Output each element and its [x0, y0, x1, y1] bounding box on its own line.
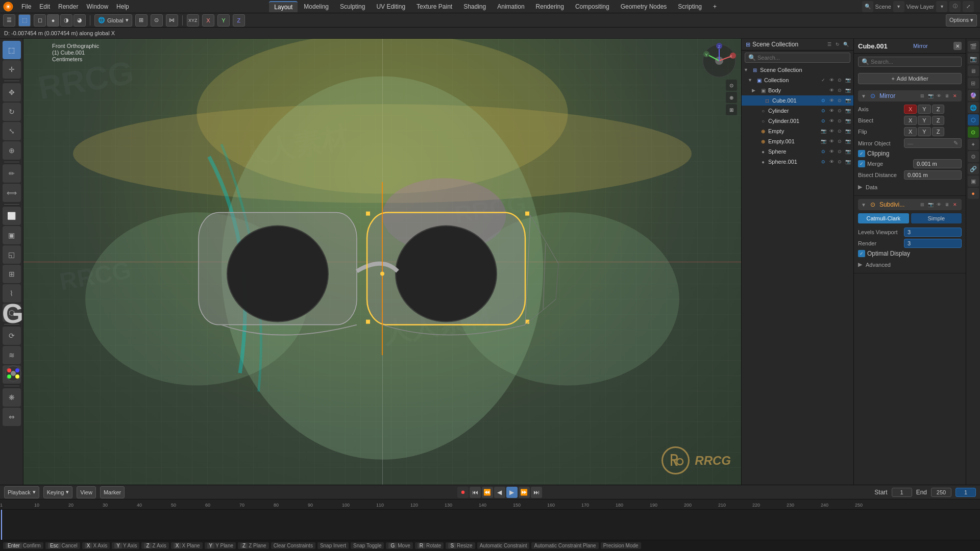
tool-select-box[interactable]: ⬚: [3, 41, 21, 59]
mirror-object-edit-icon[interactable]: ✎: [953, 140, 958, 146]
prop-object-icon[interactable]: ⬡: [968, 114, 979, 126]
jump-end-btn[interactable]: ⏭: [531, 487, 542, 498]
axis-z-btn[interactable]: Z: [932, 105, 945, 114]
menu-render[interactable]: Render: [54, 2, 82, 11]
cyl-render[interactable]: 📷: [844, 107, 851, 114]
status-auto-constraint-plane[interactable]: Automatic Constraint Plane: [531, 542, 598, 549]
solid-btn[interactable]: ●: [47, 14, 59, 27]
subdiv-expand-arrow[interactable]: ▼: [861, 202, 866, 208]
tool-shrink[interactable]: ❋: [3, 388, 21, 407]
axis-x-btn[interactable]: X: [904, 105, 917, 114]
tool-push-pull[interactable]: ⇔: [3, 408, 21, 426]
coll-render[interactable]: 📷: [844, 77, 851, 84]
subdiv-copy-icon[interactable]: ⊞: [919, 201, 926, 208]
mirror-render-icon[interactable]: 🖥: [943, 92, 950, 99]
empty-vis[interactable]: 👁: [828, 128, 835, 135]
coll-vis[interactable]: 👁: [828, 77, 835, 84]
tool-transform[interactable]: ⊕: [3, 141, 21, 160]
viewport[interactable]: RRCG 人人素材 RRCG 人人素材 RRCG: [23, 39, 741, 485]
cyl001-vis[interactable]: 👁: [828, 117, 835, 124]
axis-z-icon[interactable]: Z: [233, 14, 245, 27]
status-x-plane[interactable]: X X Plane: [171, 542, 203, 549]
outliner-item-empty[interactable]: ⊕ Empty 📷 👁 ⊙ 📷: [742, 126, 853, 136]
empty-render[interactable]: 📷: [844, 128, 851, 135]
search-icon-top[interactable]: 🔍: [862, 1, 873, 12]
tab-geometry-nodes[interactable]: Geometry Nodes: [616, 2, 672, 12]
step-forward-btn[interactable]: ⏩: [519, 487, 530, 498]
overlay-btn[interactable]: ⊙: [726, 80, 737, 91]
menu-file[interactable]: File: [17, 2, 35, 11]
advanced-collapse-btn[interactable]: ▶ Advanced: [858, 259, 962, 270]
simple-tab[interactable]: Simple: [911, 213, 962, 223]
cyl-vis[interactable]: 👁: [828, 107, 835, 114]
tool-scale[interactable]: ⤡: [3, 122, 21, 140]
outliner-item-sphere[interactable]: ● Sphere ⊙ 👁 ⊙ 📷: [742, 146, 853, 157]
subdiv-render-icon[interactable]: 🖥: [943, 201, 950, 208]
axis-x-icon[interactable]: X: [202, 14, 214, 27]
tab-add[interactable]: +: [708, 2, 722, 12]
status-precision-mode[interactable]: Precision Mode: [601, 542, 641, 549]
prop-modifier-icon[interactable]: ⊙: [968, 127, 979, 138]
cube001-vis[interactable]: 👁: [828, 97, 835, 104]
flip-x-btn[interactable]: X: [904, 127, 917, 136]
jump-start-btn[interactable]: ⏮: [470, 487, 481, 498]
current-frame-input[interactable]: [955, 488, 976, 497]
outliner-item-sphere001[interactable]: ● Sphere.001 ⊙ 👁 ⊙ 📷: [742, 157, 853, 167]
properties-close-btn[interactable]: ✕: [953, 42, 962, 50]
xyz-icon[interactable]: XYZ: [187, 14, 199, 27]
prop-output-icon[interactable]: 🖥: [968, 65, 979, 77]
tool-inset[interactable]: ▣: [3, 226, 21, 244]
clipping-checkbox[interactable]: ✓: [858, 150, 865, 157]
wireframe-btn[interactable]: ◻: [34, 14, 46, 27]
proportional-edit-icon[interactable]: ⊙: [151, 14, 163, 27]
snap-btn[interactable]: ⊞: [726, 104, 737, 115]
render-btn[interactable]: ◕: [74, 14, 86, 27]
prop-material-icon[interactable]: ●: [968, 188, 979, 199]
axis-y-icon[interactable]: Y: [217, 14, 230, 27]
tool-bevel[interactable]: ◱: [3, 245, 21, 264]
catmull-clark-tab[interactable]: Catmull-Clark: [858, 213, 909, 223]
tool-rotate[interactable]: ↻: [3, 103, 21, 121]
body-render[interactable]: 📷: [844, 87, 851, 94]
end-frame-input[interactable]: [931, 488, 951, 497]
status-z-plane[interactable]: Z Z Plane: [238, 542, 269, 549]
info-icon[interactable]: ⓘ: [949, 1, 961, 12]
menu-edit[interactable]: Edit: [35, 2, 54, 11]
optimal-display-checkbox[interactable]: ✓: [858, 250, 865, 257]
prop-view-layer-icon[interactable]: ⊞: [968, 78, 979, 89]
properties-search-input[interactable]: [871, 59, 958, 65]
render-value[interactable]: 3: [904, 239, 962, 248]
add-modifier-button[interactable]: + Add Modifier: [858, 73, 962, 84]
tab-texture-paint[interactable]: Texture Paint: [411, 2, 457, 12]
status-clear-constraints[interactable]: Clear Constraints: [271, 542, 315, 549]
tool-cursor[interactable]: ✛: [3, 60, 21, 79]
playback-dropdown[interactable]: Playback ▾: [4, 486, 39, 498]
tool-add-cube[interactable]: ⬜: [3, 207, 21, 225]
empty001-render[interactable]: 📷: [844, 138, 851, 145]
tab-sculpting[interactable]: Sculpting: [335, 2, 370, 12]
start-frame-input[interactable]: [892, 488, 912, 497]
tab-modeling[interactable]: Modeling: [299, 2, 334, 12]
sphere-sel[interactable]: ⊙: [836, 148, 843, 155]
prop-world-icon[interactable]: 🌐: [968, 102, 979, 113]
flip-y-btn[interactable]: Y: [918, 127, 930, 136]
scene-select-btn[interactable]: ▾: [893, 1, 904, 12]
subdiv-delete-icon[interactable]: ✕: [951, 201, 959, 208]
timeline-content[interactable]: [0, 510, 980, 540]
mirror-delete-icon[interactable]: ✕: [951, 92, 959, 99]
tool-measure[interactable]: ⟺: [3, 184, 21, 202]
material-btn[interactable]: ◑: [60, 14, 72, 27]
tool-spin[interactable]: ⟳: [3, 327, 21, 345]
prop-constraints-icon[interactable]: 🔗: [968, 163, 979, 174]
merge-value[interactable]: 0.001 m: [913, 159, 962, 168]
sphere-render[interactable]: 📷: [844, 148, 851, 155]
mirror-copy-icon[interactable]: ⊞: [919, 92, 926, 99]
global-dropdown[interactable]: 🌐 Global ▾: [94, 14, 132, 27]
toolbar-mode-icon[interactable]: ☰: [3, 14, 15, 27]
tool-smooth[interactable]: ≋: [3, 346, 21, 364]
outliner-search[interactable]: 🔍: [745, 53, 850, 63]
gizmo-btn[interactable]: ⊕: [726, 92, 737, 103]
sphere-vis[interactable]: 👁: [828, 148, 835, 155]
cyl-sel[interactable]: ⊙: [836, 107, 843, 114]
mirror-camera-icon[interactable]: 📷: [927, 92, 934, 99]
